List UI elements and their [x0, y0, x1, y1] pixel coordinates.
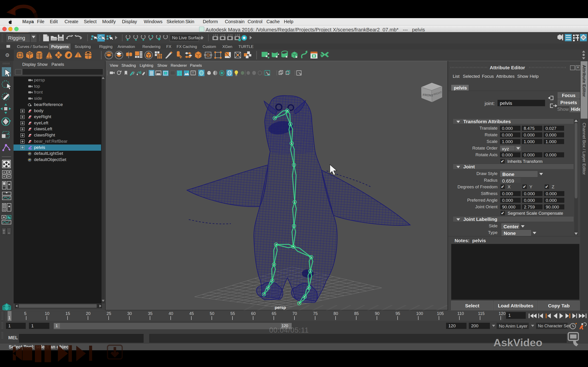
svg-text:1 2 3: 1 2 3 — [235, 34, 240, 36]
svg-text:1 2 3: 1 2 3 — [221, 34, 225, 36]
svg-text:No Live Surface: No Live Surface — [172, 35, 203, 40]
svg-text:1 2 3: 1 2 3 — [228, 34, 233, 36]
svg-text:1 2 3: 1 2 3 — [213, 34, 218, 36]
